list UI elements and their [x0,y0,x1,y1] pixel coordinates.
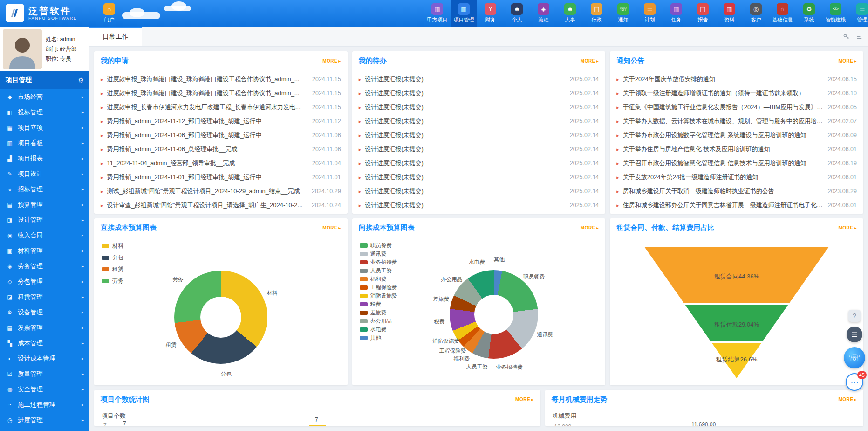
list-item[interactable]: ▸关于召开市政公用设施智慧化管理信息 信息技术与应用培训班的通知2024.06.… [616,156,857,170]
legend-item[interactable]: 材料 [102,242,123,250]
legend-item[interactable]: 税费 [360,301,397,308]
sidebar-item-项目立项[interactable]: ▦项目立项▸ [0,120,89,135]
menu-lines-icon[interactable] [855,32,863,41]
list-item[interactable]: ▸设计进度汇报(未提交)2025.02.14 [359,184,599,198]
list-item[interactable]: ▸设计进度汇报(未提交)2025.02.14 [359,198,599,212]
top-nav-item-报告[interactable]: ▤报告 [690,0,716,27]
messages-float-button[interactable]: ⋯ 45 [846,373,863,391]
list-item[interactable]: ▸进度款申报_珠海鹤港口建设_珠海鹤港口建设工程合作协议书_admin_...2… [101,72,341,86]
top-nav-item-portal[interactable]: ⌂ 门户 [96,0,123,27]
list-item[interactable]: ▸房和城乡建设厅关于取消二级建造师临时执业证书的公告2023.08.29 [616,184,857,198]
legend-item[interactable]: 差旅费 [360,309,397,316]
sidebar-item-发票管理[interactable]: ▤发票管理▸ [0,320,89,335]
list-item[interactable]: ▸进度款申报_长春市伊通河水力发电厂改建工程_长春市伊通河水力发电...2024… [101,100,341,114]
top-nav-item-任务[interactable]: ▦任务 [663,0,690,27]
list-item[interactable]: ▸费用报销_admin_2024-11-01_部门经理审批_胡建_运行中2024… [101,170,341,184]
key-icon[interactable] [842,32,850,41]
list-item[interactable]: ▸设计进度汇报(未提交)2025.02.14 [359,170,599,184]
list-item[interactable]: ▸关于领取一级注册建造师增项证书的通知（须持一建证书前来领取）2024.06.1… [616,86,857,100]
top-nav-item-个人[interactable]: ☻个人 [504,0,530,27]
list-item[interactable]: ▸设计进度汇报(未提交)2025.02.14 [359,100,599,114]
list-item[interactable]: ▸设计进度汇报(未提交)2025.02.14 [359,128,599,142]
list-item[interactable]: ▸关于举办住房与房地产信息化 技术及应用培训班的通知2024.06.01 [616,142,857,156]
list-item[interactable]: ▸进度款申报_珠海鹤港口建设_珠海鹤港口建设工程合作协议书_admin_...2… [101,86,341,100]
more-link[interactable]: MORE [581,58,599,63]
sidebar-item-安全管理[interactable]: ◍安全管理▸ [0,382,89,397]
donut-chart[interactable]: 其他职员餐费通讯费业务招待费人员工资福利费工程保险费消防设施费税费差旅费办公用品… [450,270,538,359]
sidebar-item-设备管理[interactable]: ⚙设备管理▸ [0,305,89,320]
top-nav-item-甲方项目[interactable]: ▦甲方项目 [424,0,451,27]
sidebar-item-质量管理[interactable]: ☑质量管理▸ [0,366,89,382]
list-item[interactable]: ▸设计进度汇报(未提交)2025.02.14 [359,86,599,100]
legend-item[interactable]: 通讯费 [360,250,397,257]
top-nav-item-项目管理[interactable]: ▦项目管理 [451,0,477,27]
list-item[interactable]: ▸设计进度汇报(未提交)2025.02.14 [359,156,599,170]
more-link[interactable]: MORE [838,397,857,402]
top-nav-item-基础信息[interactable]: ⌂基础信息 [769,0,796,27]
sidebar-item-施工过程管理[interactable]: ◔施工过程管理▸ [0,397,89,412]
more-link[interactable]: MORE [838,58,857,63]
sidebar-item-项目报表[interactable]: ▟项目报表▸ [0,151,89,166]
list-item[interactable]: ▸关于举办市政公用设施数字化管理信息 系统建设与应用培训班的通知2024.06.… [616,128,857,142]
more-link[interactable]: MORE [515,397,534,402]
service-phone-float-button[interactable]: ☏ [844,347,865,368]
quick-menu-float-button[interactable]: ☰ [847,327,862,342]
legend-item[interactable]: 职员餐费 [360,242,397,249]
top-nav-item-系统[interactable]: ⚙系统 [796,0,822,27]
top-nav-item-资料[interactable]: ▥资料 [716,0,743,27]
list-item[interactable]: ▸设计审查_彭祖新城“四馆”景观工程设计项目_请选择_胡广生_2024-10-2… [101,198,341,212]
sidebar-item-预算管理[interactable]: ▤预算管理▸ [0,197,89,212]
legend-item[interactable]: 水电费 [360,326,397,333]
top-nav-item-财务[interactable]: ¥财务 [477,0,504,27]
list-item[interactable]: ▸设计进度汇报(未提交)2025.02.14 [359,114,599,128]
legend-item[interactable]: 工程保险费 [360,284,397,291]
list-item[interactable]: ▸费用报销_admin_2024-11-12_部门经理审批_胡建_运行中2024… [101,114,341,128]
top-nav-item-人事[interactable]: ☻人事 [557,0,583,27]
top-nav-item-客户[interactable]: ◎客户 [743,0,769,27]
list-item[interactable]: ▸住房和城乡建设部办公厅关于同意吉林省开展二级建造师注册证书电子化试点...20… [616,198,857,212]
list-item[interactable]: ▸于征集《中国建筑施工行业信息化发展报告（2024）—BIM应用与发展》材料..… [616,100,857,114]
list-item[interactable]: ▸费用报销_admin_2024-11-06_总经理审批__完成2024.11.… [101,142,341,156]
sidebar-item-成本管理[interactable]: ▚成本管理▸ [0,335,89,351]
list-item[interactable]: ▸关于举办大数据、云计算技术在城市建设、规划、管理与服务中的应用培训班...20… [616,114,857,128]
legend-item[interactable]: 消防设施费 [360,292,397,299]
sidebar-item-设计成本管理[interactable]: ◐设计成本管理▸ [0,351,89,366]
top-nav-item-智能建模[interactable]: </>智能建模 [822,0,849,27]
sidebar-item-进度管理[interactable]: ◷进度管理▸ [0,412,89,428]
list-item[interactable]: ▸11_2024-11-04_admin_经营部_领导审批__完成2024.11… [101,156,341,170]
list-item[interactable]: ▸测试_彭祖新城“四馆”景观工程设计项目_2024-10-29_admin_结束… [101,184,341,198]
sidebar-item-市场经营[interactable]: ◆市场经营▸ [0,89,89,104]
sidebar-item-投标管理[interactable]: ◧投标管理▸ [0,104,89,120]
more-link[interactable]: MORE [322,225,341,230]
top-nav-item-通知[interactable]: ☏通知 [610,0,636,27]
list-item[interactable]: ▸关于发放2024年第24批一级建造师注册证书的通知2024.06.01 [616,170,857,184]
sidebar-item-租赁管理[interactable]: ◪租赁管理▸ [0,289,89,305]
top-nav-item-管理[interactable]: ☰管理 [849,0,868,27]
more-link[interactable]: MORE [581,225,599,230]
legend-item[interactable]: 办公用品 [360,318,397,325]
list-item[interactable]: ▸设计进度汇报(未提交)2025.02.14 [359,72,599,86]
legend-item[interactable]: 业务招待费 [360,259,397,266]
top-nav-item-行政[interactable]: ▤行政 [583,0,610,27]
legend-item[interactable]: 其他 [360,334,397,341]
more-link[interactable]: MORE [838,225,857,230]
legend-item[interactable]: 劳务 [102,277,123,285]
gear-icon[interactable]: ⚙ [78,76,84,84]
sidebar-item-设计管理[interactable]: ◨设计管理▸ [0,212,89,228]
list-item[interactable]: ▸设计进度汇报(未提交)2025.02.14 [359,142,599,156]
sidebar-item-劳务管理[interactable]: ◈劳务管理▸ [0,258,89,274]
sidebar-item-项目设计[interactable]: ✎项目设计▸ [0,166,89,181]
logo[interactable]: 泛普软件 FANPU SOFTWARE [6,4,77,22]
sidebar-item-分包管理[interactable]: ◇分包管理▸ [0,274,89,289]
sidebar-item-证件管理[interactable]: ▮证件管理▸ [0,428,89,431]
top-nav-item-计划[interactable]: ☰计划 [636,0,663,27]
sidebar-item-招标管理[interactable]: ◒招标管理▸ [0,181,89,197]
sidebar-item-收入合同[interactable]: ◉收入合同▸ [0,228,89,243]
legend-item[interactable]: 租赁 [102,265,123,273]
legend-item[interactable]: 分包 [102,254,123,262]
top-nav-item-流程[interactable]: ◈流程 [530,0,557,27]
legend-item[interactable]: 人员工资 [360,267,397,274]
legend-item[interactable]: 福利费 [360,276,397,283]
help-float-button[interactable]: ? [848,310,861,322]
bar[interactable] [309,425,326,426]
